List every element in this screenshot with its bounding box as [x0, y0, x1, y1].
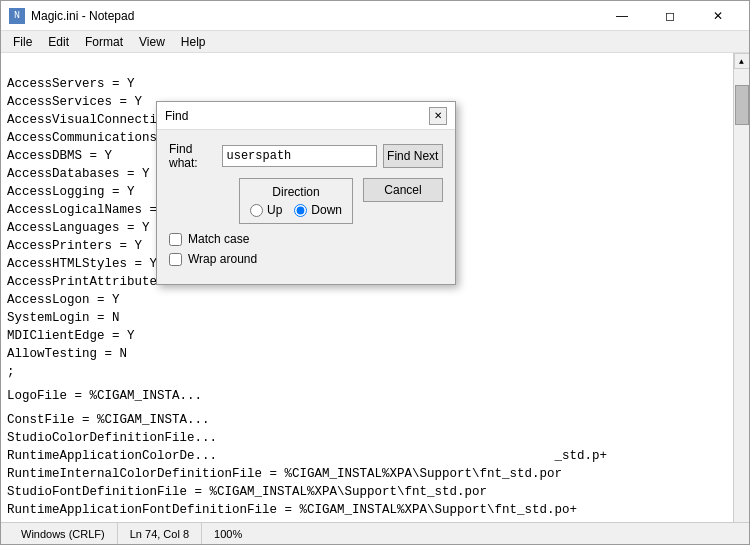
menu-file[interactable]: File: [5, 33, 40, 51]
menu-edit[interactable]: Edit: [40, 33, 77, 51]
dialog-title-bar: Find ✕: [157, 102, 455, 130]
editor-area: AccessServers = Y AccessServices = Y Acc…: [1, 53, 749, 522]
dialog-title-text: Find: [165, 109, 188, 123]
title-bar: N Magic.ini - Notepad — ◻ ✕: [1, 1, 749, 31]
title-bar-left: N Magic.ini - Notepad: [9, 8, 134, 24]
status-bar: Windows (CRLF) Ln 74, Col 8 100%: [1, 522, 749, 544]
maximize-button[interactable]: ◻: [647, 1, 693, 31]
find-next-button[interactable]: Find Next: [383, 144, 444, 168]
wrap-around-label: Wrap around: [188, 252, 257, 266]
match-case-label: Match case: [188, 232, 249, 246]
match-case-checkbox[interactable]: [169, 233, 182, 246]
main-window: N Magic.ini - Notepad — ◻ ✕ File Edit Fo…: [0, 0, 750, 545]
scroll-thumb[interactable]: [735, 85, 749, 125]
dialog-body: Find what: Find Next Direction: [157, 130, 455, 284]
direction-cancel-row: Direction Up Down: [169, 178, 443, 224]
direction-group: Direction Up Down: [239, 178, 353, 224]
wrap-around-checkbox[interactable]: [169, 253, 182, 266]
minimize-button[interactable]: —: [599, 1, 645, 31]
menu-help[interactable]: Help: [173, 33, 214, 51]
status-zoom: 100%: [202, 523, 254, 544]
direction-label: Direction: [250, 185, 342, 199]
find-what-label: Find what:: [169, 142, 222, 170]
menu-view[interactable]: View: [131, 33, 173, 51]
direction-down-label: Down: [311, 203, 342, 217]
cancel-button[interactable]: Cancel: [363, 178, 443, 202]
title-controls: — ◻ ✕: [599, 1, 741, 31]
direction-down-radio[interactable]: [294, 204, 307, 217]
match-case-row: Match case: [169, 232, 443, 246]
window-title: Magic.ini - Notepad: [31, 9, 134, 23]
menu-format[interactable]: Format: [77, 33, 131, 51]
direction-up-option[interactable]: Up: [250, 203, 282, 217]
direction-options: Up Down: [250, 203, 342, 217]
find-what-input[interactable]: [222, 145, 377, 167]
direction-up-radio[interactable]: [250, 204, 263, 217]
wrap-around-row: Wrap around: [169, 252, 443, 266]
direction-section: Direction Up Down: [169, 178, 363, 224]
direction-up-label: Up: [267, 203, 282, 217]
status-position: Ln 74, Col 8: [118, 523, 202, 544]
find-dialog: Find ✕ Find what: Find Next: [156, 101, 456, 285]
scroll-up-arrow[interactable]: ▲: [734, 53, 750, 69]
dialog-close-button[interactable]: ✕: [429, 107, 447, 125]
find-what-row: Find what: Find Next: [169, 142, 443, 170]
direction-down-option[interactable]: Down: [294, 203, 342, 217]
app-icon: N: [9, 8, 25, 24]
vertical-scrollbar[interactable]: ▲: [733, 53, 749, 522]
status-encoding: Windows (CRLF): [9, 523, 118, 544]
close-button[interactable]: ✕: [695, 1, 741, 31]
menu-bar: File Edit Format View Help: [1, 31, 749, 53]
